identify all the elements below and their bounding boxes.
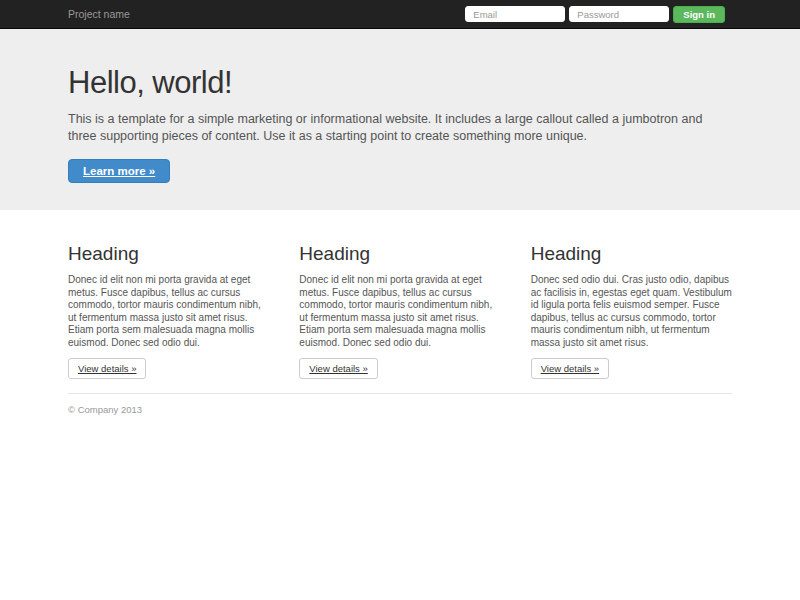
jumbotron: Hello, world! This is a template for a s… bbox=[0, 29, 800, 210]
jumbotron-description: This is a template for a simple marketin… bbox=[68, 111, 732, 145]
footer-divider bbox=[68, 393, 732, 394]
column-text: Donec id elit non mi porta gravida at eg… bbox=[299, 274, 500, 349]
column-1: Heading Donec id elit non mi porta gravi… bbox=[53, 243, 284, 379]
top-navbar: Project name Sign in bbox=[0, 0, 800, 29]
column-text: Donec id elit non mi porta gravida at eg… bbox=[68, 274, 269, 349]
view-details-button-2[interactable]: View details » bbox=[299, 358, 377, 379]
column-heading: Heading bbox=[68, 243, 269, 265]
column-3: Heading Donec sed odio dui. Cras justo o… bbox=[516, 243, 747, 379]
site-footer: © Company 2013 bbox=[0, 393, 800, 415]
email-input[interactable] bbox=[465, 6, 565, 22]
column-2: Heading Donec id elit non mi porta gravi… bbox=[284, 243, 515, 379]
copyright-text: © Company 2013 bbox=[68, 404, 732, 415]
view-details-button-3[interactable]: View details » bbox=[531, 358, 609, 379]
jumbotron-title: Hello, world! bbox=[68, 65, 732, 101]
marketing-columns: Heading Donec id elit non mi porta gravi… bbox=[53, 243, 747, 379]
learn-more-button[interactable]: Learn more » bbox=[68, 159, 170, 183]
column-heading: Heading bbox=[299, 243, 500, 265]
sign-in-button[interactable]: Sign in bbox=[673, 6, 725, 23]
sign-in-form: Sign in bbox=[465, 6, 725, 23]
view-details-button-1[interactable]: View details » bbox=[68, 358, 146, 379]
column-heading: Heading bbox=[531, 243, 732, 265]
brand-link[interactable]: Project name bbox=[68, 0, 130, 29]
password-input[interactable] bbox=[569, 6, 669, 22]
column-text: Donec sed odio dui. Cras justo odio, dap… bbox=[531, 274, 732, 349]
